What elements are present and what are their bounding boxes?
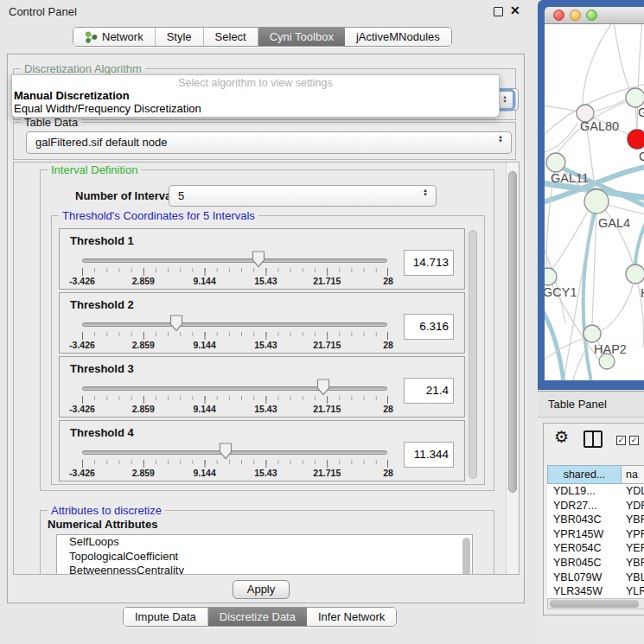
network-node-gal11[interactable] [546,153,565,172]
network-node-c[interactable] [628,130,644,149]
cell-name[interactable]: YPR1 [622,527,644,542]
checkbox-icon-1[interactable]: ✓ [616,436,626,445]
settings-scrollpane: Interval Definition Number of Intervals … [13,162,520,575]
tab-network[interactable]: Network [73,28,156,46]
cell-shared-name[interactable]: YLR345W [547,584,622,598]
network-edge[interactable] [545,105,577,112]
numerical-attributes-list: SelfLoops TopologicalCoefficient Between… [56,534,473,575]
minimize-window-icon[interactable] [570,10,581,21]
tab-style[interactable]: Style [156,28,204,46]
tab-cyni-toolbox[interactable]: Cyni Toolbox [258,28,345,46]
attributes-list-scrollbar[interactable] [462,538,470,575]
cell-name[interactable]: YBL0 [622,571,644,585]
close-window-icon[interactable] [553,10,564,21]
cell-name[interactable]: YDR2 [622,499,644,513]
tick-label: -3.426 [69,404,95,414]
table-row[interactable]: YLR345WYLR3 [547,584,644,598]
scrollbar-thumb[interactable] [550,600,639,608]
popup-option-manual-discretization[interactable]: Manual Discretization [14,89,130,102]
tab-discretize-data[interactable]: Discretize Data [208,608,307,626]
network-node-gal4[interactable] [584,189,609,214]
list-item-betweennesscentrality[interactable]: BetweennessCentrality [57,564,472,575]
network-window-titlebar[interactable] [545,7,644,24]
network-edge[interactable] [592,214,596,325]
table-panel-title: Table Panel [538,391,644,418]
table-row[interactable]: YBR043CYBR0 [547,513,644,527]
list-item-topologicalcoefficient[interactable]: TopologicalCoefficient [57,550,472,564]
number-of-intervals-combobox[interactable]: 5 ▲▼ [169,185,437,207]
tab-jactivemnodules-label: jActiveMNodules [356,30,440,43]
cell-shared-name[interactable]: YBR043C [547,513,622,527]
tab-select[interactable]: Select [204,28,258,46]
tab-infer-network[interactable]: Infer Network [307,608,396,626]
close-panel-icon[interactable]: ✕ [510,3,520,17]
columns-icon[interactable] [583,430,603,448]
network-node-h[interactable] [626,265,644,284]
table-data-combobox[interactable]: galFiltered.sif default node ▲▼ [26,131,512,154]
threshold-4-slider-thumb[interactable] [219,443,233,460]
tab-impute-data[interactable]: Impute Data [124,608,208,626]
cell-name[interactable]: YBR0 [622,556,644,571]
float-panel-icon[interactable] [494,7,503,16]
table-row[interactable]: YBL079WYBL0 [547,571,644,585]
settings-vertical-scrollbar[interactable] [506,163,519,574]
network-edge[interactable] [593,99,627,112]
network-edge[interactable] [600,283,634,331]
threshold-3-value-field[interactable]: 21.4 [404,378,454,404]
network-canvas[interactable]: GAL80GACGAL11GAL4GCY1HHAP2 [545,24,644,380]
zoom-window-icon[interactable] [586,10,597,21]
cell-name[interactable]: YLR3 [622,584,644,598]
list-item-selfloops[interactable]: SelfLoops [57,535,472,550]
cell-shared-name[interactable]: YDR27... [547,499,622,513]
cell-shared-name[interactable]: YER054C [547,541,622,556]
table-horizontal-scrollbar[interactable] [547,598,644,609]
network-node-gcy1[interactable] [545,268,557,285]
threshold-4-value-field[interactable]: 11.344 [404,442,454,468]
network-edge[interactable] [614,24,631,92]
network-edge[interactable] [608,205,644,214]
scrollbar-thumb[interactable] [508,171,517,493]
thresholds-scrollbar[interactable] [469,230,477,479]
apply-button[interactable]: Apply [233,580,290,599]
cell-name[interactable]: YDL1 [622,484,644,499]
tab-jactivemnodules[interactable]: jActiveMNodules [345,28,451,46]
network-node-unlabeled[interactable] [599,354,615,369]
network-node-ga[interactable] [626,88,644,107]
table-row[interactable]: YPR145WYPR1 [547,527,644,542]
threshold-3-slider-track[interactable] [82,386,387,391]
table-row[interactable]: YDR27...YDR2 [547,499,644,513]
network-edge[interactable] [635,220,644,266]
threshold-1-box: Threshold 1 -3.426 2.859 9.144 15.43 21.… [59,228,465,290]
cell-shared-name[interactable]: YPR145W [547,527,622,542]
network-node-hap2[interactable] [583,325,601,342]
column-header-shared-name[interactable]: shared... [547,465,622,484]
cyni-toolbox-panel: Discretization Algorithm ▲ ▼ Table Data … [7,54,525,603]
network-edge[interactable] [583,24,614,105]
threshold-3-slider-thumb[interactable] [316,379,330,396]
threshold-1-slider-thumb[interactable] [252,251,265,268]
checkbox-icon-2[interactable]: ✓ [629,436,639,445]
threshold-2-value-field[interactable]: 6.316 [404,314,454,340]
popup-option-equal-width-frequency[interactable]: Equal Width/Frequency Discretization [14,102,201,115]
table-row[interactable]: YDL19...YDL1 [547,484,644,499]
tick-label: 2.859 [132,468,155,478]
threshold-2-slider-thumb[interactable] [169,315,183,332]
threshold-1-value-field[interactable]: 14.713 [404,250,454,276]
gear-icon[interactable]: ⚙ [554,427,569,447]
column-header-name[interactable]: na [622,465,644,484]
threshold-2-slider-track[interactable] [82,322,387,327]
numerical-attributes-heading: Numerical Attributes [48,518,157,531]
table-row[interactable]: YER054CYER0 [547,541,644,556]
network-edge[interactable] [552,211,588,270]
threshold-1-slider-track[interactable] [82,258,387,263]
tick-label: 15.43 [254,340,277,350]
tab-network-label: Network [102,30,143,43]
table-row[interactable]: YBR045CYBR0 [547,556,644,571]
cell-shared-name[interactable]: YDL19... [547,484,622,499]
cell-name[interactable]: YBR0 [622,513,644,527]
cell-shared-name[interactable]: YBR045C [547,556,622,571]
network-edge[interactable] [545,311,564,380]
cell-name[interactable]: YER0 [622,541,644,556]
threshold-4-slider-track[interactable] [82,450,387,455]
cell-shared-name[interactable]: YBL079W [547,571,622,585]
